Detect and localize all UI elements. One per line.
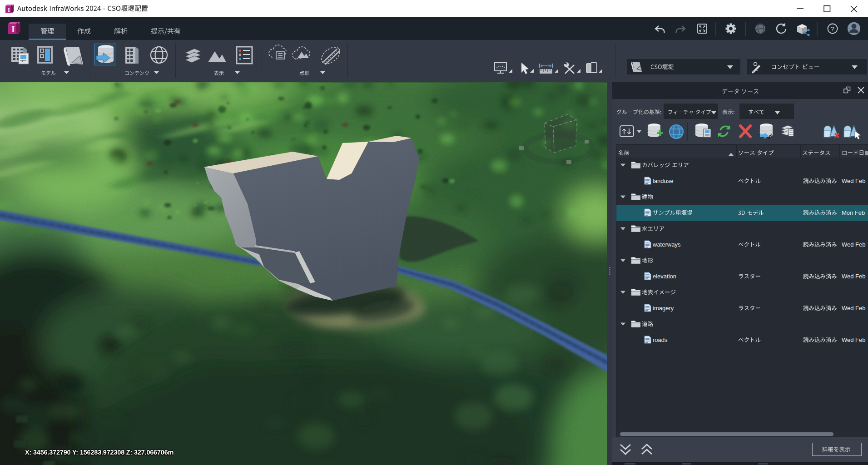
svg-text:I: I	[11, 25, 15, 34]
svg-text:I: I	[8, 7, 10, 13]
svg-text:?: ?	[831, 25, 834, 33]
